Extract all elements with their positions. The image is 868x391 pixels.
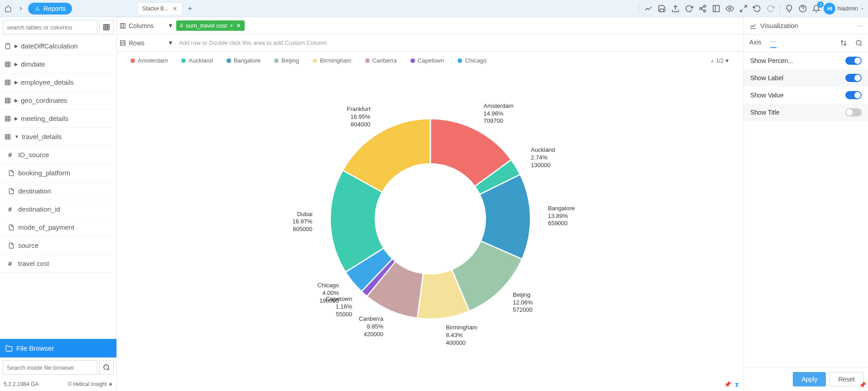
legend-item[interactable]: Beijing	[274, 57, 299, 64]
property-row: Show Title	[744, 104, 868, 121]
reports-pill[interactable]: Reports	[28, 3, 72, 14]
column-item[interactable]: #travel cost	[0, 255, 116, 273]
slice-label: Canberra8.85%420000	[359, 315, 383, 338]
center-panel: Columns ▼ # sum_travel cost + ✕ Rows ▼ A…	[117, 17, 743, 391]
svg-rect-53	[121, 40, 125, 45]
toggle-switch[interactable]	[845, 57, 862, 65]
column-item[interactable]: #ID_source	[0, 146, 116, 164]
legend-dot	[130, 58, 135, 63]
copyright: ©Helical Insight	[68, 381, 113, 387]
columns-dropdown[interactable]: ▼	[168, 22, 174, 29]
svg-rect-38	[5, 116, 10, 121]
rows-dropdown[interactable]: ▼	[168, 39, 174, 46]
toggle-switch[interactable]	[845, 74, 862, 82]
donut-chart[interactable]: Amsterdam14.96%709700Auckland2.74%130000…	[117, 69, 743, 368]
home-button[interactable]	[2, 2, 14, 15]
pin-icon[interactable]: 📌	[859, 381, 866, 388]
legend-item[interactable]: Canberra	[365, 57, 397, 64]
legend-item[interactable]: Auckland	[181, 57, 212, 64]
property-row: Show Label	[744, 69, 868, 87]
page-up-icon[interactable]: ▲	[710, 58, 715, 64]
layout-icon[interactable]	[710, 2, 723, 15]
file-browser-button[interactable]: File Browser	[0, 339, 116, 357]
plus-icon[interactable]: +	[230, 22, 233, 29]
tree-item-label: destination_id	[18, 205, 60, 213]
legend-item[interactable]: Capetown	[410, 57, 444, 64]
search-icon[interactable]	[99, 360, 114, 375]
new-tab-button[interactable]: +	[184, 3, 195, 14]
table-grid-icon[interactable]	[99, 20, 114, 34]
rows-shelf[interactable]: Rows ▼ Add row or Double click this area…	[117, 34, 743, 52]
column-item[interactable]: destination	[0, 182, 116, 200]
legend-item[interactable]: Chicago	[458, 57, 487, 64]
legend-item[interactable]: Amsterdam	[130, 57, 168, 64]
eye-icon[interactable]	[723, 2, 736, 15]
column-pill[interactable]: # sum_travel cost + ✕	[176, 20, 245, 31]
tree-item-label: geo_cordinates	[21, 97, 68, 104]
table-tree[interactable]: ▶dateDiffCalculation▶dimdate▶employee_de…	[0, 37, 116, 339]
more-icon[interactable]: ⋯	[857, 22, 863, 29]
search-row	[0, 17, 116, 37]
toggle-switch[interactable]	[845, 108, 862, 116]
column-item[interactable]: source	[0, 237, 116, 255]
divider	[780, 3, 780, 14]
help-icon[interactable]	[796, 2, 809, 15]
svg-rect-28	[5, 80, 10, 85]
svg-point-11	[729, 7, 731, 10]
document-tab[interactable]: Stacke B... ✕	[137, 2, 183, 14]
expand-icon: ▶	[14, 98, 18, 103]
property-list: Show Percen...Show LabelShow ValueShow T…	[744, 52, 868, 367]
search-icon[interactable]	[855, 39, 863, 47]
column-item[interactable]: booking_platform	[0, 164, 116, 182]
svg-line-13	[741, 9, 743, 11]
save-icon[interactable]	[656, 2, 668, 15]
table-item[interactable]: ▶meeting_details	[0, 110, 116, 128]
property-label: Show Value	[750, 92, 784, 99]
breadcrumb-chevron[interactable]	[14, 2, 27, 15]
slice-label: Chicago4.00%190000	[318, 282, 339, 305]
svg-line-59	[860, 44, 862, 46]
hourglass-icon[interactable]: ⧗	[735, 381, 739, 388]
notification-icon[interactable]: 2	[810, 2, 823, 15]
apply-button[interactable]: Apply	[793, 372, 826, 386]
panel-footer: Apply Reset	[744, 367, 868, 391]
reset-button[interactable]: Reset	[829, 372, 863, 386]
line-chart-icon[interactable]	[642, 2, 655, 15]
tree-item-label: travel cost	[18, 260, 49, 267]
fullscreen-icon[interactable]	[737, 2, 750, 15]
legend-item[interactable]: Birmingham	[313, 57, 351, 64]
columns-shelf[interactable]: Columns ▼ # sum_travel cost + ✕	[117, 17, 743, 34]
viz-header-label: Visualization	[760, 22, 798, 29]
remove-pill-icon[interactable]: ✕	[236, 22, 241, 29]
table-icon	[5, 61, 12, 68]
table-item[interactable]: ▼travel_details	[0, 128, 116, 146]
search-input[interactable]	[3, 20, 97, 34]
redo-icon[interactable]	[764, 2, 777, 15]
export-icon[interactable]	[669, 2, 682, 15]
toggle-switch[interactable]	[845, 91, 862, 99]
legend-pager[interactable]: ▲ 1/2 ▼	[710, 58, 730, 64]
column-item[interactable]: mode_of_payment	[0, 218, 116, 237]
table-item[interactable]: ▶geo_cordinates	[0, 92, 116, 110]
lightbulb-icon[interactable]	[783, 2, 796, 15]
undo-icon[interactable]	[751, 2, 763, 15]
user-menu[interactable]: HI hiadmin	[824, 3, 864, 14]
pin-icon[interactable]: 📌	[724, 381, 731, 388]
column-item[interactable]: #destination_id	[0, 200, 116, 218]
hash-icon: #	[8, 260, 15, 267]
table-item[interactable]: ▶dimdate	[0, 55, 116, 73]
tab-more[interactable]: ⋯	[770, 38, 776, 48]
file-browser-search-input[interactable]	[3, 360, 97, 375]
table-item[interactable]: ▶dateDiffCalculation	[0, 37, 116, 55]
tab-axis[interactable]: Axis	[749, 39, 761, 48]
hash-icon: #	[180, 22, 183, 29]
close-icon[interactable]: ✕	[172, 5, 178, 12]
table-item[interactable]: ▶employee_details	[0, 73, 116, 92]
reports-label: Reports	[43, 5, 66, 12]
legend-item[interactable]: Bangalore	[227, 57, 260, 64]
share-icon[interactable]	[696, 2, 709, 15]
refresh-icon[interactable]	[683, 2, 695, 15]
page-down-icon[interactable]: ▼	[724, 58, 730, 64]
sort-icon[interactable]	[840, 39, 847, 47]
pin-icon[interactable]	[108, 382, 113, 386]
